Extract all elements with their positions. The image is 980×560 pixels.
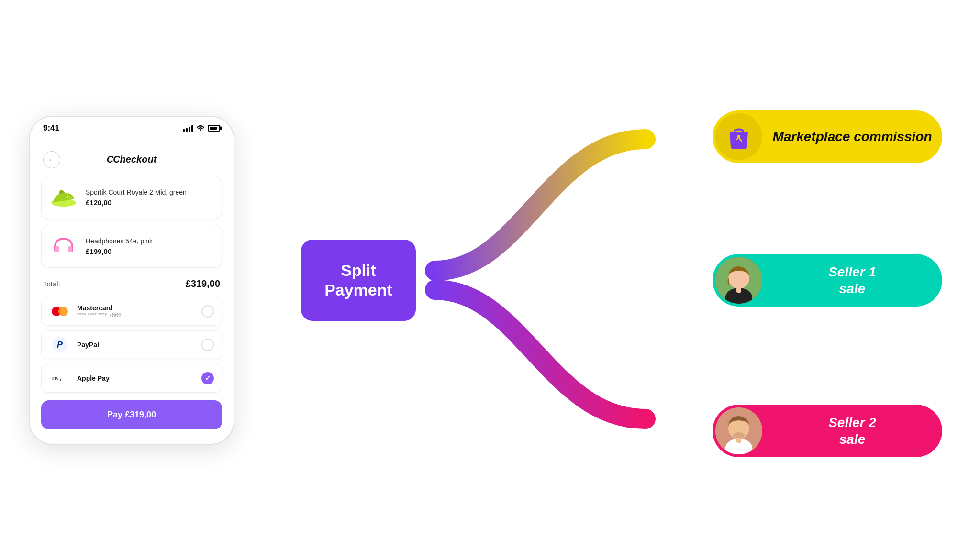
paypal-logo-icon: P — [49, 338, 70, 352]
payment-info-paypal: PayPal — [77, 341, 99, 349]
mastercard-radio[interactable] — [201, 305, 214, 318]
diagram-area: Split Payment Marketplace commission — [263, 19, 951, 541]
seller1-avatar — [715, 257, 762, 304]
mastercard-number: **** **** **** 7666 — [77, 312, 122, 318]
svg-point-16 — [733, 432, 745, 438]
marketplace-label: Marketplace commission — [762, 128, 942, 145]
cart-item-sneaker: Sportik Court Royale 2 Mid, green £120,0… — [41, 176, 222, 219]
svg-rect-12 — [736, 288, 741, 293]
marketplace-avatar — [715, 113, 762, 160]
apple-pay-logo-icon:  Pay — [49, 371, 70, 385]
svg-text:P: P — [57, 340, 63, 350]
applepay-radio[interactable] — [201, 372, 214, 384]
payment-info-mastercard: Mastercard **** **** **** 7666 — [77, 304, 122, 318]
svg-point-2 — [69, 197, 71, 198]
pay-button[interactable]: Pay £319,00 — [41, 400, 222, 429]
back-button[interactable]: ← — [43, 151, 60, 168]
diagram-container: Split Payment Marketplace commission — [272, 84, 942, 476]
item-name-sneaker: Sportik Court Royale 2 Mid, green — [86, 188, 214, 197]
checkout-title: CCheckout — [107, 154, 157, 165]
svg-rect-3 — [55, 246, 59, 252]
status-bar: 9:41 — [30, 117, 234, 138]
mastercard-name: Mastercard — [77, 304, 122, 312]
seller1-label: Seller 1sale — [762, 264, 942, 297]
total-amount: £319,00 — [186, 278, 220, 289]
item-details-sneaker: Sportik Court Royale 2 Mid, green £120,0… — [86, 188, 214, 207]
marketplace-pill: Marketplace commission — [713, 110, 942, 163]
seller2-pill: Seller 2sale — [713, 405, 942, 457]
headphones-icon — [49, 232, 78, 261]
payment-method-mastercard[interactable]: Mastercard **** **** **** 7666 — [41, 297, 222, 326]
item-name-headphones: Headphones 54e, pink — [86, 237, 214, 245]
item-price-headphones: £199,00 — [86, 247, 214, 255]
item-price-sneaker: £120,00 — [86, 198, 214, 207]
seller1-pill: Seller 1sale — [713, 254, 942, 307]
svg-rect-17 — [736, 438, 741, 443]
phone-mockup: 9:41 ← CCheckout — [29, 116, 234, 445]
applepay-name: Apple Pay — [77, 374, 110, 382]
cart-item-headphones: Headphones 54e, pink £199,00 — [41, 225, 222, 268]
total-label: Total: — [43, 280, 60, 288]
checkout-header: ← CCheckout — [41, 147, 222, 176]
total-row: Total: £319,00 — [41, 274, 222, 297]
item-details-headphones: Headphones 54e, pink £199,00 — [86, 237, 214, 255]
seller2-label: Seller 2sale — [762, 414, 942, 448]
split-payment-label: Split Payment — [324, 261, 392, 300]
svg-point-1 — [67, 196, 68, 198]
svg-rect-4 — [68, 246, 72, 252]
payment-info-applepay: Apple Pay — [77, 374, 110, 382]
paypal-radio[interactable] — [201, 339, 214, 351]
payment-method-applepay[interactable]:  Pay Apple Pay — [41, 364, 222, 393]
battery-icon — [208, 125, 220, 132]
status-time: 9:41 — [43, 123, 59, 133]
signal-bars-icon — [183, 125, 193, 132]
status-icons — [183, 124, 220, 132]
phone-inner: ← CCheckout Sportik Court Royale 2 Mid, — [30, 138, 234, 444]
split-payment-box: Split Payment — [301, 240, 416, 321]
svg-point-8 — [737, 135, 740, 138]
payment-method-paypal[interactable]: P PayPal — [41, 330, 222, 359]
mastercard-logo-icon — [49, 304, 70, 318]
sneaker-icon — [49, 183, 78, 212]
wifi-icon — [196, 124, 205, 132]
svg-text: Pay:  Pay — [52, 376, 62, 381]
seller2-avatar — [715, 407, 762, 454]
paypal-name: PayPal — [77, 341, 99, 349]
